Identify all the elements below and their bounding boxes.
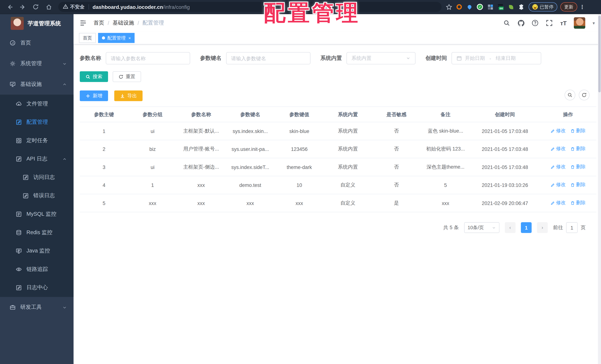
sidebar-item-5[interactable]: 定时任务 [0,131,74,150]
create-time-label: 创建时间 [425,55,447,62]
sidebar-item-11[interactable]: Java 监控 [0,242,74,260]
delete-link[interactable]: 删除 [570,164,586,170]
search-button[interactable]: 搜索 [80,71,108,82]
question-icon[interactable] [531,19,539,27]
clock-icon [15,137,22,144]
sidebar-item-8[interactable]: 错误日志 [0,187,74,205]
update-button[interactable]: 更新 [560,2,577,11]
cell-id: 4 [80,176,128,194]
param-key-label: 参数键名 [200,55,221,62]
tab-home[interactable]: 首页 [79,33,96,43]
sidebar-item-4[interactable]: 配置管理 [0,113,74,131]
delete-link[interactable]: 删除 [570,146,586,152]
cell-remark: xxx [421,194,471,212]
delete-link[interactable]: 删除 [570,200,586,206]
edit-link[interactable]: 修改 [551,182,566,188]
cell-group: ui [128,158,177,176]
edit-link[interactable]: 修改 [551,146,566,152]
edit-link[interactable]: 修改 [551,164,566,170]
tab-label: 配置管理 [107,35,126,41]
blue-pin-icon[interactable] [466,3,473,10]
reload-icon[interactable] [31,2,40,11]
bookmark-star-icon[interactable] [445,3,452,10]
cell-actions: 修改删除 [540,122,596,140]
cloud-icon [15,101,22,107]
github-icon[interactable] [517,19,525,27]
add-button[interactable]: 新增 [80,91,108,101]
chevron-up-icon [62,157,67,161]
sidebar-item-14[interactable]: 研发工具 [0,297,74,318]
export-button[interactable]: 导出 [114,91,143,101]
cell-time: 2021-01-05 17:03:48 [470,122,540,140]
on-badge-icon[interactable]: on [497,3,504,10]
fullscreen-icon[interactable] [545,19,553,27]
back-icon[interactable] [5,2,14,11]
param-key-input[interactable] [231,55,306,61]
tags-view: 首页 配置管理 × [74,32,601,44]
green-check-icon[interactable]: ✓ [476,3,483,10]
table-row: 1ui主框架页-默认...sys.index.skin...skin-blue系… [80,122,596,140]
warning-triangle-icon [63,4,68,10]
page-number-1[interactable]: 1 [521,222,531,233]
chevron-down-icon [62,305,67,310]
refresh-icon[interactable] [579,90,590,100]
reset-button[interactable]: 重置 [113,71,141,82]
param-name-input[interactable] [111,55,185,61]
search-icon[interactable] [503,19,511,27]
cell-type: 系统内置 [324,158,372,176]
cell-id: 2 [80,140,128,158]
prev-page-button[interactable]: ‹ [505,222,516,233]
home-icon[interactable] [44,2,53,11]
cell-group: ui [128,122,177,140]
edit-link[interactable]: 修改 [551,128,566,134]
page-size-value: 10条/页 [468,224,484,231]
scrollbar-thumb[interactable] [598,16,601,92]
sidebar-item-12[interactable]: 链路追踪 [0,260,74,279]
cell-value: 10 [275,176,323,194]
sidebar-item-7[interactable]: 访问日志 [0,168,74,187]
close-icon[interactable]: × [128,36,131,40]
goto-page-input[interactable] [566,222,578,233]
hamburger-icon[interactable] [79,19,88,27]
page-size-select[interactable]: 10条/页 [464,222,500,233]
sidebar-item-6[interactable]: API 日志 [0,150,74,168]
toggle-search-icon[interactable] [565,90,575,100]
sidebar-item-2[interactable]: 基础设施 [0,74,74,95]
sidebar-item-label: API 日志 [26,155,47,162]
cell-remark: 5 [421,176,471,194]
orange-ring-icon[interactable] [456,3,462,10]
edit-link[interactable]: 修改 [551,200,566,206]
caret-down-icon[interactable]: ▼ [592,21,596,25]
delete-link[interactable]: 删除 [570,182,586,188]
sidebar-item-10[interactable]: Redis 监控 [0,223,74,242]
sidebar-item-1[interactable]: 系统管理 [0,53,74,74]
window-scrollbar[interactable] [598,14,601,364]
cell-type: 自定义 [324,194,372,212]
grid-icon[interactable] [487,3,493,10]
address-bar[interactable]: 不安全 dashboard.yudao.iocoder.cn/infra/con… [58,2,442,12]
avatar[interactable] [574,17,585,29]
browser-menu-icon[interactable]: ⋮ [580,4,585,10]
sidebar-item-0[interactable]: 首页 [0,32,74,53]
cell-time: 2021-01-05 17:03:48 [470,140,540,158]
breadcrumb-home[interactable]: 首页 [94,20,104,26]
sidebar-item-9[interactable]: MySQL 监控 [0,205,74,223]
forward-icon[interactable] [18,2,27,11]
table-header: 参数主键参数分组参数名称参数键名参数键值系统内置是否敏感备注创建时间操作 [80,107,596,122]
app-logo[interactable]: 芋道管理系统 [0,14,74,33]
leaf-icon[interactable] [507,3,514,10]
sidebar-item-3[interactable]: 文件管理 [0,95,74,113]
sidebar-item-13[interactable]: 日志中心 [0,279,74,297]
paused-chip[interactable]: 已暂停 [529,2,557,11]
next-page-button[interactable]: › [537,222,548,233]
date-range-picker[interactable]: 开始日期 - 结束日期 [451,52,541,64]
breadcrumb-infra[interactable]: 基础设施 [113,20,134,26]
builtin-select[interactable]: 系统内置 [347,52,416,64]
column-header: 参数名称 [177,107,225,122]
cell-value: skin-blue [275,122,323,140]
tab-config[interactable]: 配置管理 × [98,33,135,43]
cell-sensitive: 是 [372,194,421,212]
delete-link[interactable]: 删除 [570,128,586,134]
puzzle-icon[interactable] [518,3,525,10]
font-size-icon[interactable]: тT [560,19,567,27]
